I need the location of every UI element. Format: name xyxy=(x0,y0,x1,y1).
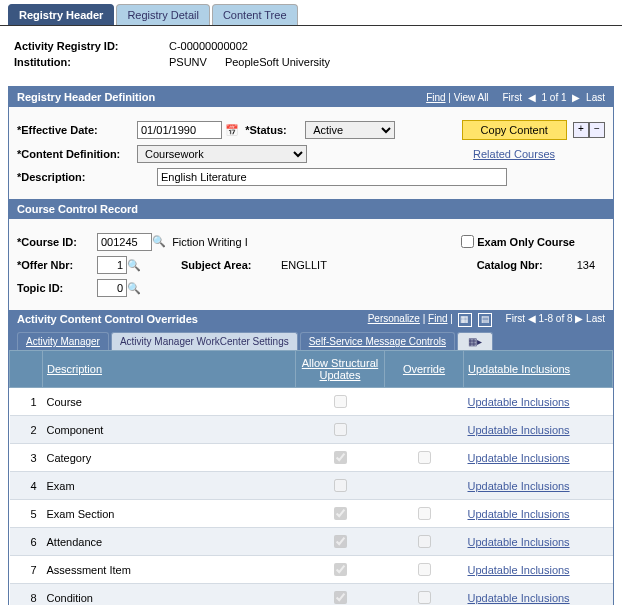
acco-find-link[interactable]: Find xyxy=(428,313,447,324)
acco-header: Activity Content Control Overrides Perso… xyxy=(9,310,613,330)
exam-only-label: Exam Only Course xyxy=(477,236,575,248)
course-id-lookup-icon[interactable]: 🔍 xyxy=(152,235,166,248)
exam-only-checkbox[interactable] xyxy=(461,235,474,248)
row-number: 1 xyxy=(10,388,43,416)
allow-structural-checkbox[interactable] xyxy=(334,591,347,604)
activity-registry-id-label: Activity Registry ID: xyxy=(14,40,169,52)
acco-prev-arrow-icon[interactable]: ◀ xyxy=(528,313,536,324)
updatable-inclusions-link[interactable]: Updatable Inclusions xyxy=(468,480,570,492)
first-link[interactable]: First xyxy=(502,92,521,103)
override-checkbox[interactable] xyxy=(418,591,431,604)
updatable-inclusions-link[interactable]: Updatable Inclusions xyxy=(468,564,570,576)
table-row: 3CategoryUpdatable Inclusions xyxy=(10,444,613,472)
download-icon[interactable]: ▤ xyxy=(478,313,492,327)
find-link[interactable]: Find xyxy=(426,92,445,103)
allow-structural-checkbox[interactable] xyxy=(334,395,347,408)
effective-date-input[interactable] xyxy=(137,121,222,139)
course-control-title: Course Control Record xyxy=(17,203,138,215)
personalize-link[interactable]: Personalize xyxy=(368,313,420,324)
copy-content-button[interactable]: Copy Content xyxy=(462,120,567,140)
institution-code: PSUNV xyxy=(169,56,207,68)
content-definition-label: Content Definition: xyxy=(17,148,137,160)
row-description: Component xyxy=(43,416,296,444)
status-label: Status: xyxy=(245,124,305,136)
acco-next-arrow-icon[interactable]: ▶ xyxy=(575,313,583,324)
allow-structural-checkbox[interactable] xyxy=(334,563,347,576)
catalog-nbr-label: Catalog Nbr: xyxy=(477,259,577,271)
row-number: 7 xyxy=(10,556,43,584)
next-arrow-icon[interactable]: ▶ xyxy=(569,92,583,103)
view-all-link[interactable]: View All xyxy=(454,92,489,103)
override-checkbox[interactable] xyxy=(418,535,431,548)
tab-content-tree[interactable]: Content Tree xyxy=(212,4,298,25)
course-id-input[interactable] xyxy=(97,233,152,251)
updatable-inclusions-link[interactable]: Updatable Inclusions xyxy=(468,536,570,548)
updatable-inclusions-link[interactable]: Updatable Inclusions xyxy=(468,592,570,604)
acco-position-text: 1-8 of 8 xyxy=(539,313,573,324)
tab-registry-detail[interactable]: Registry Detail xyxy=(116,4,210,25)
topic-id-label: Topic ID: xyxy=(17,282,97,294)
description-input[interactable] xyxy=(157,168,507,186)
registry-header-nav: Find | View All First ◀ 1 of 1 ▶ Last xyxy=(426,92,605,103)
override-checkbox[interactable] xyxy=(418,507,431,520)
allow-structural-checkbox[interactable] xyxy=(334,423,347,436)
col-allow-structural[interactable]: Allow Structural Updates xyxy=(296,351,385,388)
course-name: Fiction Writing I xyxy=(172,236,248,248)
header-info: Activity Registry ID: C-00000000002 Inst… xyxy=(0,26,622,82)
updatable-inclusions-link[interactable]: Updatable Inclusions xyxy=(468,396,570,408)
tab-registry-header[interactable]: Registry Header xyxy=(8,4,114,25)
row-number: 2 xyxy=(10,416,43,444)
status-select[interactable]: Active xyxy=(305,121,395,139)
delete-row-icon[interactable]: − xyxy=(589,122,605,138)
col-override[interactable]: Override xyxy=(385,351,464,388)
catalog-nbr-value: 134 xyxy=(577,259,595,271)
offer-nbr-lookup-icon[interactable]: 🔍 xyxy=(127,259,141,272)
col-description[interactable]: Description xyxy=(43,351,296,388)
prev-arrow-icon[interactable]: ◀ xyxy=(525,92,539,103)
add-row-icon[interactable]: + xyxy=(573,122,589,138)
table-row: 8ConditionUpdatable Inclusions xyxy=(10,584,613,606)
acco-first-link[interactable]: First xyxy=(506,313,525,324)
registry-header-title: Registry Header Definition xyxy=(17,91,155,103)
row-number: 6 xyxy=(10,528,43,556)
course-id-label: Course ID: xyxy=(17,236,97,248)
row-description: Category xyxy=(43,444,296,472)
topic-id-input[interactable] xyxy=(97,279,127,297)
table-row: 5Exam SectionUpdatable Inclusions xyxy=(10,500,613,528)
updatable-inclusions-link[interactable]: Updatable Inclusions xyxy=(468,508,570,520)
allow-structural-checkbox[interactable] xyxy=(334,479,347,492)
description-label: Description: xyxy=(17,171,137,183)
row-number: 5 xyxy=(10,500,43,528)
row-number: 8 xyxy=(10,584,43,606)
updatable-inclusions-link[interactable]: Updatable Inclusions xyxy=(468,424,570,436)
acco-title: Activity Content Control Overrides xyxy=(17,313,198,327)
row-number: 3 xyxy=(10,444,43,472)
subtab-activity-manager[interactable]: Activity Manager xyxy=(17,332,109,350)
offer-nbr-label: Offer Nbr: xyxy=(17,259,97,271)
table-row: 1CourseUpdatable Inclusions xyxy=(10,388,613,416)
content-definition-select[interactable]: Coursework xyxy=(137,145,307,163)
override-checkbox[interactable] xyxy=(418,563,431,576)
allow-structural-checkbox[interactable] xyxy=(334,507,347,520)
offer-nbr-input[interactable] xyxy=(97,256,127,274)
calendar-icon[interactable]: 📅 xyxy=(222,124,239,137)
zoom-icon[interactable]: ▦ xyxy=(458,313,472,327)
acco-last-link[interactable]: Last xyxy=(586,313,605,324)
row-number: 4 xyxy=(10,472,43,500)
override-checkbox[interactable] xyxy=(418,451,431,464)
col-blank xyxy=(10,351,43,388)
related-courses-link[interactable]: Related Courses xyxy=(473,148,555,160)
row-description: Exam Section xyxy=(43,500,296,528)
allow-structural-checkbox[interactable] xyxy=(334,451,347,464)
col-updatable-inclusions[interactable]: Updatable Inclusions xyxy=(464,351,613,388)
subtab-self-service-message[interactable]: Self-Service Message Controls xyxy=(300,332,455,350)
topic-id-lookup-icon[interactable]: 🔍 xyxy=(127,282,141,295)
subtab-show-all-icon[interactable]: ▦▸ xyxy=(457,332,493,350)
subject-area-label: Subject Area: xyxy=(181,259,281,271)
position-text: 1 of 1 xyxy=(542,92,567,103)
allow-structural-checkbox[interactable] xyxy=(334,535,347,548)
subtab-workcenter-settings[interactable]: Activity Manager WorkCenter Settings xyxy=(111,332,298,350)
updatable-inclusions-link[interactable]: Updatable Inclusions xyxy=(468,452,570,464)
overrides-table: Description Allow Structural Updates Ove… xyxy=(9,350,613,605)
last-link[interactable]: Last xyxy=(586,92,605,103)
